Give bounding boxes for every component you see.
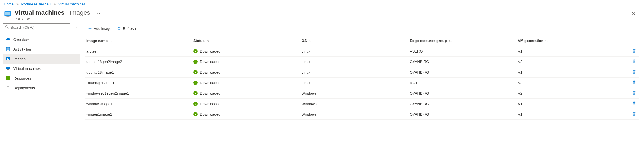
status-success-icon: ✓ [193, 112, 198, 116]
table-row[interactable]: windows2019gen2image1 ✓ Downloaded Windo… [85, 88, 639, 99]
delete-button[interactable] [632, 101, 636, 105]
delete-button[interactable] [632, 80, 636, 84]
toolbar: Add image Refresh [85, 23, 639, 34]
refresh-button[interactable]: Refresh [114, 25, 139, 32]
add-image-button[interactable]: Add image [85, 25, 114, 32]
svg-rect-20 [633, 50, 635, 52]
sidebar-item-virtual-machines[interactable]: Virtual machines [3, 64, 80, 73]
sidebar-item-resources[interactable]: Resources [3, 73, 80, 83]
cell-resource-group: GYANB-RG [410, 112, 518, 116]
breadcrumb-current[interactable]: Virtual machines [58, 2, 86, 6]
search-input[interactable] [11, 25, 68, 30]
table-row[interactable]: ubuntu18gen2image2 ✓ Downloaded Linux GY… [85, 57, 639, 67]
preview-badge: PREVIEW [15, 17, 101, 20]
cell-os: Linux [302, 81, 410, 85]
cell-status: ✓ Downloaded [193, 91, 302, 95]
image-icon [5, 57, 11, 61]
svg-rect-25 [633, 60, 635, 63]
main-content: Add image Refresh Image name↑↓ Status↑↓ … [83, 23, 644, 131]
svg-rect-30 [633, 71, 635, 73]
breadcrumb-sep: > [16, 2, 19, 6]
cell-resource-group: ASERG [410, 49, 518, 53]
cell-name: ubuntu18image1 [85, 70, 193, 74]
breadcrumb-device[interactable]: PortalAseDevice3 [21, 2, 51, 6]
sort-icon: ↑↓ [206, 39, 210, 42]
plus-icon [88, 26, 92, 30]
cell-generation: V2 [518, 91, 628, 95]
svg-line-5 [8, 28, 9, 28]
sidebar-item-activity-log[interactable]: Activity log [3, 44, 80, 54]
status-success-icon: ✓ [193, 102, 198, 106]
collapse-sidebar-button[interactable]: « [73, 25, 80, 30]
column-header-name[interactable]: Image name↑↓ [85, 39, 193, 43]
cell-status: ✓ Downloaded [193, 49, 302, 53]
svg-rect-50 [633, 113, 635, 115]
page-title: Virtual machines [15, 9, 65, 16]
table-row[interactable]: Ubuntugen2test1 ✓ Downloaded Linux RG1 V… [85, 78, 639, 88]
svg-rect-14 [8, 76, 10, 78]
title-separator: | [66, 9, 68, 16]
tool-label: Refresh [123, 26, 136, 31]
cell-generation: V1 [518, 70, 628, 74]
table-row[interactable]: wingen1image1 ✓ Downloaded Windows GYANB… [85, 109, 639, 120]
svg-rect-1 [5, 12, 10, 15]
sidebar-item-label: Images [13, 57, 26, 61]
delete-button[interactable] [632, 70, 636, 74]
sidebar-item-images[interactable]: Images [3, 54, 80, 64]
table-row[interactable]: ubuntu18image1 ✓ Downloaded Linux GYANB-… [85, 67, 639, 78]
cell-name: ubuntu18gen2image2 [85, 60, 193, 64]
cell-status: ✓ Downloaded [193, 70, 302, 74]
cell-status: ✓ Downloaded [193, 81, 302, 85]
monitor-icon [5, 66, 11, 71]
cell-resource-group: GYANB-RG [410, 91, 518, 95]
sidebar: « Overview Activity log Images Virtual m… [0, 23, 83, 131]
svg-rect-12 [7, 69, 9, 70]
column-header-resource-group[interactable]: Edge resource group↑↓ [410, 39, 518, 43]
svg-rect-2 [7, 16, 9, 17]
delete-button[interactable] [632, 112, 636, 116]
more-button[interactable]: ··· [95, 11, 101, 16]
breadcrumb-home[interactable]: Home [4, 2, 14, 6]
cell-os: Windows [302, 112, 410, 116]
cell-name: windows2019gen2image1 [85, 91, 193, 95]
cell-name: arctest [85, 49, 193, 53]
cell-resource-group: RG1 [410, 81, 518, 85]
table-row[interactable]: arctest ✓ Downloaded Linux ASERG V1 [85, 46, 639, 57]
svg-rect-11 [6, 67, 10, 69]
column-header-os[interactable]: OS↑↓ [302, 39, 410, 43]
cell-resource-group: GYANB-RG [410, 60, 518, 64]
cell-name: wingen1image1 [85, 112, 193, 116]
search-icon [5, 25, 9, 30]
delete-button[interactable] [632, 49, 636, 53]
log-icon [5, 47, 11, 51]
column-header-status[interactable]: Status↑↓ [193, 39, 302, 43]
delete-button[interactable] [632, 59, 636, 63]
sort-icon: ↑↓ [449, 39, 452, 43]
cell-generation: V1 [518, 49, 628, 53]
cell-os: Linux [302, 49, 410, 53]
sidebar-item-label: Virtual machines [13, 66, 41, 71]
cell-status: ✓ Downloaded [193, 60, 302, 64]
cell-os: Windows [302, 91, 410, 95]
sidebar-item-overview[interactable]: Overview [3, 35, 80, 44]
table-row[interactable]: windowsimage1 ✓ Downloaded Windows GYANB… [85, 99, 639, 109]
svg-rect-17 [7, 89, 9, 89]
upload-icon [5, 85, 11, 90]
blade-header: Virtual machines | Images ··· PREVIEW ✕ [0, 8, 644, 23]
refresh-icon [117, 26, 121, 30]
sidebar-item-label: Overview [13, 37, 29, 42]
tool-label: Add image [94, 26, 111, 31]
sidebar-item-deployments[interactable]: Deployments [3, 83, 80, 93]
breadcrumb-sep: > [53, 2, 56, 6]
cell-os: Windows [302, 102, 410, 106]
status-success-icon: ✓ [193, 91, 198, 95]
delete-button[interactable] [632, 91, 636, 95]
close-button[interactable]: ✕ [630, 9, 637, 19]
search-box[interactable] [3, 23, 70, 31]
sidebar-item-label: Resources [13, 76, 31, 80]
column-header-generation[interactable]: VM generation↑↓ [518, 39, 628, 43]
svg-rect-13 [6, 76, 8, 78]
status-success-icon: ✓ [193, 70, 198, 74]
svg-point-4 [6, 26, 8, 28]
cell-status: ✓ Downloaded [193, 112, 302, 116]
